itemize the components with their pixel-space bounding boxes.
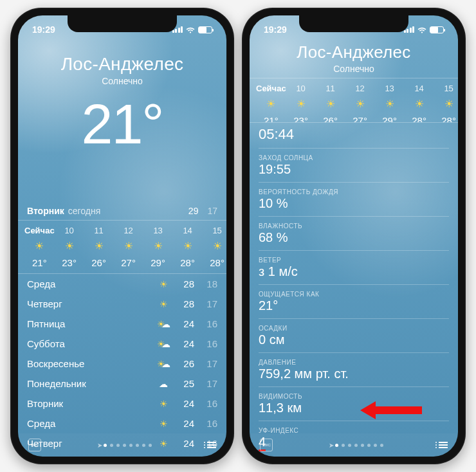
page-dot[interactable] [348,444,351,447]
page-dot[interactable] [149,444,152,447]
hour-label: 12 [355,84,364,93]
hour-temp: 26° [91,257,106,268]
weather-channel-icon[interactable]: TWC [28,439,41,451]
detail-pressure: ДАВЛЕНИЕ 759,2 мм рт. ст. [259,353,449,387]
forecast-icon: ☀︎ [154,419,172,429]
sun-icon: ☀︎ [266,98,275,110]
hour-temp: 29° [151,257,165,268]
hourly-cell: 12☀︎27° [345,84,375,117]
bottom-toolbar: TWC ➤ [18,433,226,457]
detail-rain-chance: ВЕРОЯТНОСТЬ ДОЖДЯ 10 % [259,183,449,217]
detail-wind: ВЕТЕР з 1 м/с [259,251,449,285]
sun-icon: ☀︎ [326,98,335,110]
hour-temp: 21° [264,115,279,122]
wifi-icon [186,26,195,33]
detail-visibility: ВИДИМОСТЬ 11,3 км [259,387,449,421]
page-dot[interactable] [380,444,383,447]
hourly-cell: 11☀︎26° [316,84,345,117]
battery-icon [430,26,444,33]
hour-label: 11 [94,226,103,235]
page-dot[interactable] [374,444,377,447]
forecast-icon: ☀︎☁︎ [154,319,172,329]
page-indicator[interactable]: ➤ [97,444,152,447]
forecast-icon: ☀︎☁︎ [154,359,172,369]
page-dot[interactable] [361,444,364,447]
day-high: 28 [172,298,194,309]
detail-label: ДАВЛЕНИЕ [259,359,449,366]
hourly-cell: Сейчас☀︎21° [24,226,55,268]
detail-value: 759,2 мм рт. ст. [259,367,449,381]
daily-row: Понедельник☁︎2517 [27,374,217,394]
sun-icon: ☀︎ [124,241,133,252]
hourly-forecast[interactable]: Сейчас☀︎21°10☀︎23°11☀︎26°12☀︎27°13☀︎29°1… [250,78,458,122]
notch [299,15,408,32]
detail-value: з 1 м/с [259,264,449,279]
weather-screen-main[interactable]: 19:29 Лос-Анджелес Солнечно 21° Вторник … [18,15,226,457]
day-low: 17 [201,298,217,309]
day-name: Среда [27,418,154,429]
detail-value: 21° [259,298,449,313]
detail-value: 68 % [259,230,449,245]
locations-list-icon[interactable] [439,442,448,448]
weather-header: Лос-Анджелес Солнечно [250,40,458,78]
page-indicator[interactable]: ➤ [329,444,383,447]
forecast-icon: ☀︎ [154,299,172,309]
daily-row: Вторник☀︎2416 [27,394,217,413]
day-low: 16 [201,418,217,429]
day-name: Четверг [27,298,154,309]
day-high: 24 [172,418,194,429]
page-dot[interactable] [123,444,126,447]
sun-icon: ☀︎ [213,241,222,252]
hourly-cell: 11☀︎26° [84,226,114,268]
day-high: 24 [172,398,194,409]
detail-feels-like: ОЩУЩАЕТСЯ КАК 21° [259,285,449,319]
weather-details[interactable]: 05:44 ЗАХОД СОЛНЦА 19:55 ВЕРОЯТНОСТЬ ДОЖ… [250,123,458,457]
detail-value: 19:55 [259,162,449,177]
sun-icon: ☀︎ [95,241,104,252]
page-dot[interactable] [354,444,358,447]
hour-label: 12 [124,226,133,235]
phone-right: 19:29 Лос-Анджелес Солнечно Сейчас☀︎21°1… [242,8,466,464]
page-dot[interactable] [142,444,145,447]
weather-screen-details[interactable]: 19:29 Лос-Анджелес Солнечно Сейчас☀︎21°1… [250,15,458,457]
page-dot[interactable] [110,444,113,447]
hour-temp: 23° [62,257,77,268]
status-time: 19:29 [32,24,55,35]
hour-temp: 28° [210,257,224,268]
day-name: Суббота [27,338,154,349]
location-arrow-icon: ➤ [329,444,332,447]
hourly-cell: 15☀︎28° [434,84,458,117]
page-dot[interactable] [136,444,139,447]
day-high: 26 [172,358,194,369]
hour-temp: 26° [323,115,338,122]
forecast-icon: ☀︎ [154,399,172,409]
hour-label: 14 [183,226,192,235]
page-dot[interactable] [129,444,133,447]
detail-value: 11,3 км [259,401,449,415]
hour-label: Сейчас [24,226,55,235]
hour-temp: 28° [180,257,195,268]
hourly-cell: 13☀︎29° [143,226,173,268]
hourly-cell: 14☀︎28° [173,226,203,268]
detail-precipitation: ОСАДКИ 0 см [259,319,449,353]
daily-row: Четверг☀︎2817 [27,294,217,314]
page-dot[interactable] [335,444,338,447]
hour-label: 11 [325,84,334,93]
sun-icon: ☀︎ [356,98,365,110]
page-dot[interactable] [116,444,120,447]
detail-label: ВИДИМОСТЬ [259,393,449,400]
hourly-forecast[interactable]: Сейчас☀︎21°10☀︎23°11☀︎26°12☀︎27°13☀︎29°1… [18,221,226,273]
day-low: 16 [201,338,217,349]
day-name: Вторник [27,398,154,409]
hour-temp: 29° [382,115,397,122]
page-dot[interactable] [104,444,107,447]
locations-list-icon[interactable] [207,442,216,448]
weather-channel-icon[interactable]: TWC [260,439,273,451]
page-dot[interactable] [367,444,371,447]
status-time: 19:29 [264,24,287,35]
detail-value: 0 см [259,332,449,347]
day-name: Среда [27,278,154,289]
hourly-cell: 13☀︎29° [375,84,405,117]
page-dot[interactable] [342,444,345,447]
daily-forecast[interactable]: Среда☀︎2818Четверг☀︎2817Пятница☀︎☁︎2416С… [18,274,226,453]
